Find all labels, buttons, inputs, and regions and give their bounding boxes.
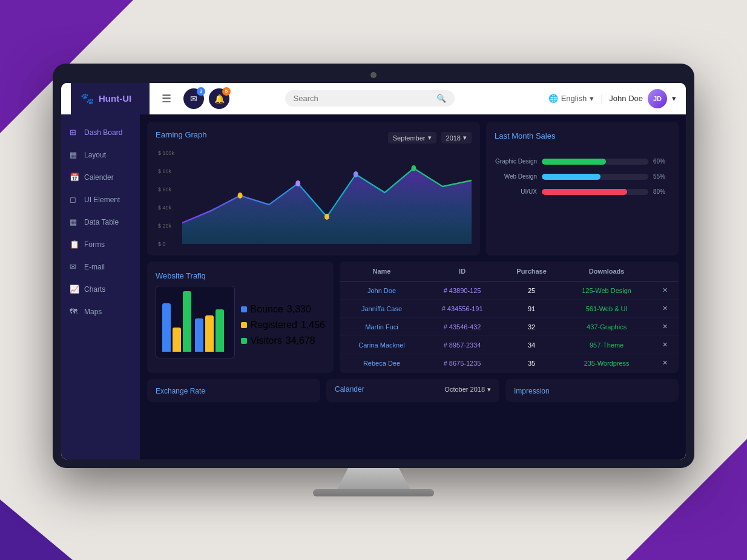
- uiux-label: UI/UX: [495, 188, 537, 195]
- svg-point-0: [238, 193, 243, 199]
- data-table: Name ID Purchase Downloads John Doe # 43…: [340, 262, 679, 372]
- td-close-2[interactable]: ✕: [651, 318, 679, 336]
- td-id-4: # 8675-1235: [424, 354, 501, 372]
- calendar-icon: 📅: [70, 173, 79, 182]
- bg-accent-bottomleft: [0, 499, 73, 560]
- hamburger-button[interactable]: ☰: [157, 90, 176, 108]
- graphic-design-bar-track: [542, 159, 648, 165]
- sales-row-graphic: Graphic Design 60%: [495, 158, 670, 165]
- month-select[interactable]: September ▾: [388, 132, 436, 143]
- year-label: 2018: [446, 134, 461, 142]
- lang-label: English: [561, 94, 587, 103]
- logo-icon: 🐾: [81, 92, 94, 105]
- monitor-base: [313, 489, 434, 496]
- registered-dot: [241, 322, 247, 328]
- td-close-0[interactable]: ✕: [651, 282, 679, 300]
- td-purchase-1: 91: [501, 300, 562, 318]
- visitors-dot: [241, 338, 247, 344]
- sidebar-label-maps: Maps: [84, 308, 102, 316]
- header: 🐾 Hunt-UI ☰ ✉ 3 🔔 5 🔍: [61, 83, 686, 114]
- month-chevron-icon: ▾: [428, 134, 432, 142]
- sidebar-item-maps[interactable]: 🗺 Maps: [61, 301, 140, 322]
- sidebar-label-dashboard: Dash Board: [84, 128, 122, 137]
- user-chevron-icon: ▾: [672, 94, 676, 103]
- visitors-value: 34,678: [286, 335, 315, 346]
- bar-green-1: [183, 291, 191, 352]
- td-purchase-3: 34: [501, 336, 562, 354]
- logo-text: Hunt-UI: [99, 93, 131, 104]
- bounce-value: 3,330: [287, 304, 311, 315]
- data-table-icon: ▦: [70, 217, 79, 226]
- td-purchase-4: 35: [501, 354, 562, 372]
- calendar-title: Calander: [335, 385, 364, 394]
- table-row: Janniffa Case # 434556-191 91 561-Web & …: [340, 300, 679, 318]
- td-name-0: John Doe: [340, 282, 424, 300]
- website-traffic-card: Website Trafiq: [147, 262, 334, 373]
- td-close-1[interactable]: ✕: [651, 300, 679, 318]
- th-purchase: Purchase: [501, 262, 562, 282]
- graphic-design-label: Graphic Design: [495, 158, 537, 165]
- header-right: 🌐 English ▾ John Doe JD ▾: [548, 89, 676, 108]
- impression-title: Impression: [514, 387, 550, 395]
- uiux-bar-fill: [542, 189, 627, 195]
- th-downloads: Downloads: [562, 262, 651, 282]
- email-icon: ✉: [70, 262, 79, 271]
- exchange-rate-panel: Exchange Rate: [147, 379, 320, 402]
- td-close-3[interactable]: ✕: [651, 336, 679, 354]
- mail-badge: 3: [197, 87, 205, 96]
- language-selector[interactable]: 🌐 English ▾: [548, 94, 602, 103]
- bell-notification-button[interactable]: 🔔 5: [209, 88, 229, 109]
- main-layout: ⊞ Dash Board ▦ Layout 📅 Calender ◻ UI El…: [61, 114, 686, 460]
- td-download-2: 437-Graphics: [562, 318, 651, 336]
- calendar-date-selector[interactable]: October 2018 ▾: [444, 386, 491, 394]
- sidebar: ⊞ Dash Board ▦ Layout 📅 Calender ◻ UI El…: [61, 114, 140, 460]
- td-name-3: Carina Macknel: [340, 336, 424, 354]
- bottom-row: Website Trafiq: [147, 262, 679, 373]
- user-profile[interactable]: John Doe JD ▾: [609, 89, 676, 108]
- sidebar-item-ui-element[interactable]: ◻ UI Element: [61, 189, 140, 210]
- sidebar-item-calender[interactable]: 📅 Calender: [61, 166, 140, 188]
- td-close-4[interactable]: ✕: [651, 354, 679, 372]
- y-label-60k: $ 60k: [158, 186, 174, 193]
- td-name-4: Rebeca Dee: [340, 354, 424, 372]
- table-row: Martin Fuci # 43546-432 32 437-Graphics …: [340, 318, 679, 336]
- sales-items: Graphic Design 60% Web Design: [495, 158, 670, 195]
- earning-graph-card: Earning Graph September ▾ 2018 ▾: [147, 122, 480, 255]
- sidebar-item-charts[interactable]: 📈 Charts: [61, 278, 140, 300]
- charts-icon: 📈: [70, 285, 79, 294]
- sidebar-label-charts: Charts: [84, 285, 105, 294]
- sidebar-item-data-table[interactable]: ▦ Data Table: [61, 211, 140, 232]
- exchange-rate-title: Exchange Rate: [156, 387, 205, 395]
- bar-blue-1: [162, 303, 171, 352]
- table-row: John Doe # 43890-125 25 125-Web Design ✕: [340, 282, 679, 300]
- calendar-header: Calander October 2018 ▾: [335, 385, 491, 394]
- graph-controls: September ▾ 2018 ▾: [388, 132, 472, 143]
- sidebar-item-email[interactable]: ✉ E-mail: [61, 256, 140, 277]
- traffic-inner: Bounce 3,330 Registered 1,456: [156, 286, 325, 364]
- sales-title: Last Month Sales: [495, 131, 555, 140]
- traffic-chart-area: [156, 286, 235, 364]
- td-id-1: # 434556-191: [424, 300, 501, 318]
- mail-notification-button[interactable]: ✉ 3: [183, 88, 204, 109]
- td-download-1: 561-Web & UI: [562, 300, 651, 318]
- year-select[interactable]: 2018 ▾: [441, 132, 472, 143]
- calendar-chevron-icon: ▾: [487, 386, 491, 394]
- sales-row-uiux: UI/UX 80%: [495, 188, 670, 195]
- legend-registered: Registered 1,456: [241, 320, 325, 331]
- y-label-20k: $ 20k: [158, 223, 174, 229]
- sidebar-item-dashboard[interactable]: ⊞ Dash Board: [61, 122, 140, 143]
- monitor-screen: 🐾 Hunt-UI ☰ ✉ 3 🔔 5 🔍: [61, 83, 686, 460]
- last-month-sales-card: Last Month Sales Graphic Design 60%: [486, 122, 679, 255]
- svg-point-4: [324, 214, 329, 220]
- bar-blue-2: [195, 318, 203, 352]
- search-input[interactable]: [294, 94, 436, 103]
- table-header-row: Name ID Purchase Downloads: [340, 262, 679, 282]
- sidebar-label-ui-element: UI Element: [84, 196, 120, 204]
- layout-icon: ▦: [70, 150, 79, 159]
- sidebar-item-forms[interactable]: 📋 Forms: [61, 234, 140, 255]
- graph-area: $ 100k $ 80k $ 60k $ 40k $ 20k $ 0: [156, 150, 472, 247]
- sidebar-item-layout[interactable]: ▦ Layout: [61, 144, 140, 165]
- y-label-100k: $ 100k: [158, 150, 174, 156]
- td-name-1: Janniffa Case: [340, 300, 424, 318]
- legend-bounce: Bounce 3,330: [241, 304, 325, 315]
